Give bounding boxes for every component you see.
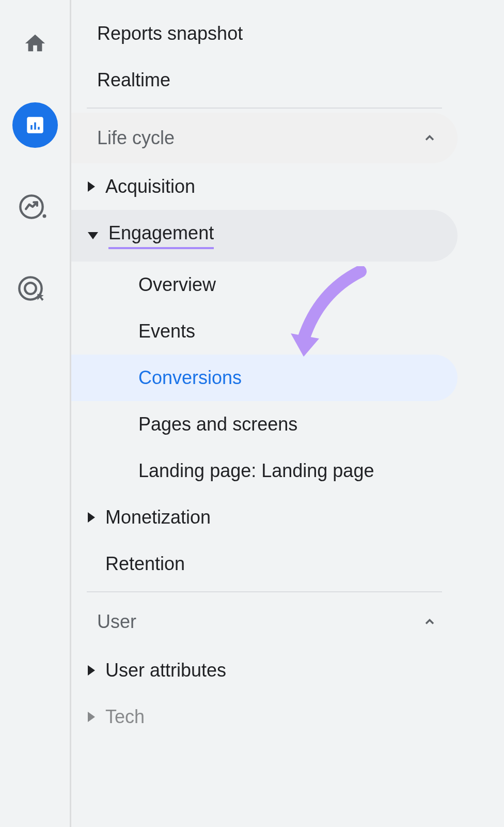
icon-rail	[0, 0, 71, 827]
navigation-panel: Reports snapshot Realtime Life cycle Acq…	[71, 0, 504, 827]
nav-tech[interactable]: Tech	[71, 694, 458, 740]
nav-label: Conversions	[138, 367, 242, 389]
nav-pages-screens[interactable]: Pages and screens	[71, 401, 458, 448]
nav-label: Reports snapshot	[97, 23, 243, 44]
section-title: User	[97, 611, 136, 633]
explore-icon[interactable]	[12, 184, 58, 229]
nav-label: Events	[138, 320, 195, 342]
section-user[interactable]: User	[71, 596, 458, 647]
nav-landing-page[interactable]: Landing page: Landing page	[71, 448, 458, 494]
nav-label: Realtime	[97, 69, 170, 91]
chevron-up-icon	[422, 131, 437, 145]
triangle-right-icon	[88, 712, 95, 722]
nav-retention[interactable]: Retention	[71, 541, 458, 587]
triangle-down-icon	[88, 232, 98, 239]
nav-reports-snapshot[interactable]: Reports snapshot	[71, 10, 458, 57]
home-icon[interactable]	[12, 21, 58, 66]
nav-monetization[interactable]: Monetization	[71, 494, 458, 541]
nav-label: Overview	[138, 274, 216, 296]
nav-label: Acquisition	[105, 176, 195, 197]
nav-user-attributes[interactable]: User attributes	[71, 647, 458, 694]
nav-label: Retention	[105, 553, 185, 575]
nav-conversions[interactable]: Conversions	[71, 355, 458, 401]
nav-acquisition[interactable]: Acquisition	[71, 163, 458, 210]
triangle-right-icon	[88, 181, 95, 192]
section-life-cycle[interactable]: Life cycle	[71, 113, 458, 163]
divider	[87, 591, 442, 592]
nav-label: Landing page: Landing page	[138, 460, 374, 482]
nav-label: Pages and screens	[138, 414, 297, 435]
nav-label: Tech	[105, 706, 145, 728]
nav-engagement[interactable]: Engagement	[71, 210, 458, 262]
svg-point-3	[25, 283, 36, 294]
triangle-right-icon	[88, 512, 95, 523]
nav-events[interactable]: Events	[71, 308, 458, 355]
triangle-right-icon	[88, 665, 95, 676]
nav-label: Engagement	[108, 222, 214, 249]
advertising-icon[interactable]	[12, 266, 58, 311]
chevron-up-icon	[422, 615, 437, 629]
nav-label: Monetization	[105, 507, 211, 528]
reports-icon[interactable]	[12, 102, 58, 148]
nav-realtime[interactable]: Realtime	[71, 57, 458, 103]
section-title: Life cycle	[97, 127, 175, 149]
divider	[87, 108, 442, 109]
nav-label: User attributes	[105, 660, 226, 681]
svg-point-1	[42, 215, 46, 218]
nav-overview[interactable]: Overview	[71, 262, 458, 308]
